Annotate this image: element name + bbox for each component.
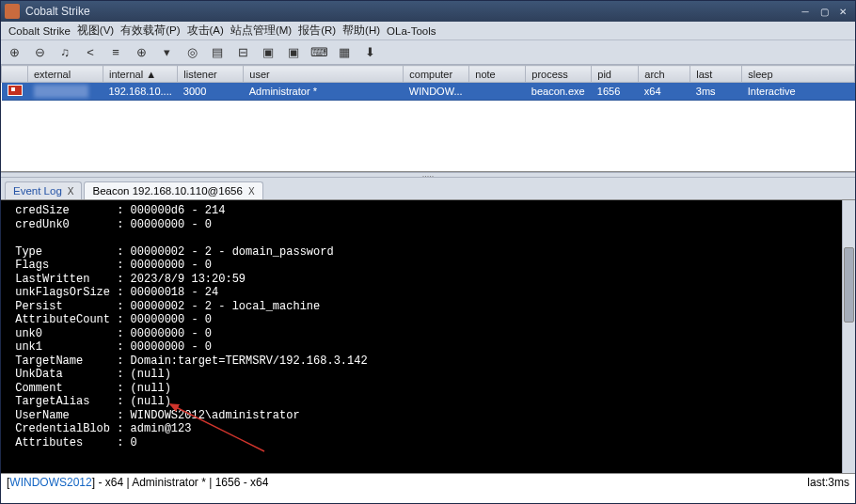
col-listener[interactable]: listener: [178, 66, 244, 83]
menu-view[interactable]: 视图(V): [75, 23, 116, 39]
target-icon[interactable]: ◎: [184, 45, 199, 60]
headphones-icon[interactable]: ♫: [57, 45, 72, 60]
cell-pid: 1656: [592, 83, 639, 101]
menu-site[interactable]: 站点管理(M): [229, 23, 293, 39]
menu-report[interactable]: 报告(R): [296, 23, 338, 39]
cell-note: [469, 83, 526, 101]
table-header-row: external internal ▲ listener user comput…: [2, 66, 855, 83]
computer-icon[interactable]: ▣: [261, 45, 276, 60]
download-icon[interactable]: ⬇: [362, 45, 377, 60]
dropdown-icon[interactable]: ▾: [159, 45, 174, 60]
minimize-button[interactable]: ─: [797, 5, 814, 18]
menu-bar: Cobalt Strike 视图(V) 有效载荷(P) 攻击(A) 站点管理(M…: [1, 22, 855, 40]
status-bar: [WINDOWS2012] - x64 | Administrator * | …: [1, 473, 855, 490]
toolbar: ⊕ ⊖ ♫ < ≡ ⊕ ▾ ◎ ▤ ⊟ ▣ ▣ ⌨ ▦ ⬇: [1, 40, 855, 65]
keyboard-icon[interactable]: ⌨: [311, 45, 326, 60]
session-row[interactable]: 192.168.10.... 3000 Administrator * WIND…: [2, 83, 855, 101]
menu-help[interactable]: 帮助(H): [341, 23, 382, 39]
beacon-console[interactable]: credSize : 000000d6 - 214 credUnk0 : 000…: [1, 200, 855, 473]
globe-icon[interactable]: ⊕: [134, 45, 149, 60]
camera-icon[interactable]: ▣: [286, 45, 301, 60]
col-last[interactable]: last: [690, 66, 742, 83]
cell-arch: x64: [639, 83, 690, 101]
col-sleep[interactable]: sleep: [742, 66, 855, 83]
col-user[interactable]: user: [244, 66, 404, 83]
col-arch[interactable]: arch: [639, 66, 690, 83]
menu-attack[interactable]: 攻击(A): [185, 23, 226, 39]
col-internal[interactable]: internal ▲: [103, 66, 178, 83]
sessions-panel: external internal ▲ listener user comput…: [1, 65, 855, 172]
col-external[interactable]: external: [28, 66, 103, 83]
cell-computer: WINDOW...: [404, 83, 469, 101]
cell-listener: 3000: [178, 83, 244, 101]
console-scrollbar[interactable]: [842, 200, 855, 473]
cell-last: 3ms: [690, 83, 742, 101]
col-icon[interactable]: [2, 66, 28, 83]
session-icon: [8, 85, 23, 96]
share-icon[interactable]: <: [83, 45, 98, 60]
menu-payload[interactable]: 有效载荷(P): [119, 23, 182, 39]
col-process[interactable]: process: [526, 66, 592, 83]
col-pid[interactable]: pid: [592, 66, 639, 83]
sessions-table: external internal ▲ listener user comput…: [1, 65, 855, 101]
tab-label: Beacon 192.168.10.110@1656: [92, 185, 242, 197]
col-computer[interactable]: computer: [404, 66, 469, 83]
close-button[interactable]: ✕: [834, 5, 851, 18]
document-icon[interactable]: ▤: [210, 45, 225, 60]
col-note[interactable]: note: [469, 66, 526, 83]
cell-process: beacon.exe: [526, 83, 592, 101]
close-icon[interactable]: X: [248, 186, 255, 197]
status-right: last:3ms: [807, 476, 849, 489]
menu-cobalt[interactable]: Cobalt Strike: [7, 24, 72, 38]
link-icon[interactable]: ⊖: [32, 45, 47, 60]
cell-internal: 192.168.10....: [103, 83, 178, 101]
tab-event-log[interactable]: Event Log X: [5, 181, 82, 199]
grid-icon[interactable]: ▦: [337, 45, 352, 60]
tab-beacon[interactable]: Beacon 192.168.10.110@1656 X: [84, 181, 262, 199]
cell-user: Administrator *: [244, 83, 404, 101]
plus-circle-icon[interactable]: ⊕: [7, 45, 22, 60]
splitter[interactable]: [1, 172, 855, 178]
cell-external: [28, 83, 103, 101]
app-icon: [5, 4, 20, 19]
maximize-button[interactable]: ▢: [816, 5, 832, 18]
tab-bar: Event Log X Beacon 192.168.10.110@1656 X: [1, 178, 855, 200]
list-icon[interactable]: ≡: [108, 45, 123, 60]
cell-sleep: Interactive: [742, 83, 855, 101]
bars-icon[interactable]: ⊟: [235, 45, 250, 60]
status-left: [WINDOWS2012] - x64 | Administrator * | …: [7, 476, 807, 489]
tab-label: Event Log: [13, 185, 62, 197]
menu-ola[interactable]: OLa-Tools: [385, 24, 437, 38]
window-title: Cobalt Strike: [25, 5, 797, 18]
title-bar: Cobalt Strike ─ ▢ ✕: [1, 1, 855, 22]
close-icon[interactable]: X: [68, 186, 74, 197]
window-controls: ─ ▢ ✕: [797, 5, 851, 18]
